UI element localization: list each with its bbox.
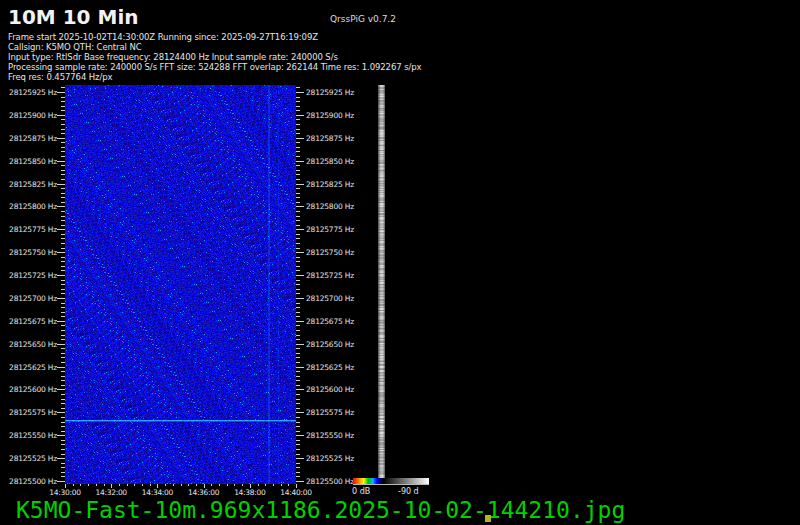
time-tick: [80, 484, 81, 486]
freq-tick-label: 28125500 Hz: [306, 476, 354, 485]
freq-tick: [57, 252, 65, 253]
freq-tick: [296, 467, 300, 468]
freq-tick: [296, 229, 304, 230]
freq-tick: [296, 316, 300, 317]
freq-tick: [296, 275, 304, 276]
freq-tick: [296, 101, 300, 102]
freq-tick: [61, 97, 65, 98]
freq-tick-label: 28125800 Hz: [306, 202, 354, 211]
freq-tick: [296, 124, 300, 125]
freq-tick: [61, 197, 65, 198]
freq-tick-label: 28125775 Hz: [306, 225, 354, 234]
time-tick: [181, 484, 182, 486]
freq-tick: [296, 435, 304, 436]
freq-tick: [61, 403, 65, 404]
freq-tick-label: 28125925 Hz: [306, 88, 354, 97]
freq-tick: [296, 472, 300, 473]
freq-tick: [296, 110, 300, 111]
freq-tick-label: 28125900 Hz: [306, 110, 354, 119]
freq-tick: [296, 280, 300, 281]
freq-tick: [296, 138, 304, 139]
freq-tick: [61, 312, 65, 313]
freq-tick: [296, 412, 304, 413]
freq-tick: [61, 472, 65, 473]
freq-tick: [61, 87, 65, 88]
freq-tick: [61, 440, 65, 441]
freq-tick: [296, 449, 300, 450]
freq-tick: [61, 238, 65, 239]
freq-tick: [57, 206, 65, 207]
freq-tick-label: 28125675 Hz: [2, 316, 57, 325]
time-tick: [234, 484, 235, 486]
freq-tick-label: 28125925 Hz: [2, 88, 57, 97]
terminal-cursor: [485, 515, 491, 522]
freq-tick: [296, 270, 300, 271]
freq-tick: [296, 399, 300, 400]
freq-tick: [57, 435, 65, 436]
freq-tick-label: 28125525 Hz: [2, 454, 57, 463]
freq-tick: [296, 243, 300, 244]
freq-tick: [296, 357, 300, 358]
time-tick: [227, 484, 228, 486]
time-tick: [165, 484, 166, 486]
time-tick: [127, 484, 128, 486]
freq-tick: [296, 303, 300, 304]
freq-tick: [61, 325, 65, 326]
freq-tick: [296, 408, 300, 409]
freq-tick: [296, 344, 304, 345]
freq-tick-label: 28125850 Hz: [306, 156, 354, 165]
freq-tick: [57, 389, 65, 390]
freq-tick-label: 28125600 Hz: [2, 385, 57, 394]
freq-tick: [61, 394, 65, 395]
freq-tick: [296, 458, 304, 459]
freq-tick-label: 28125750 Hz: [2, 248, 57, 257]
freq-tick-label: 28125775 Hz: [2, 225, 57, 234]
freq-tick: [296, 225, 300, 226]
freq-tick-label: 28125575 Hz: [306, 408, 354, 417]
freq-tick: [61, 101, 65, 102]
freq-tick: [57, 138, 65, 139]
freq-tick: [61, 188, 65, 189]
time-tick: [258, 484, 259, 486]
time-tick: [265, 484, 266, 486]
freq-tick: [296, 394, 300, 395]
freq-tick: [296, 115, 304, 116]
freq-tick: [296, 298, 304, 299]
freq-tick: [61, 380, 65, 381]
freq-tick: [296, 142, 300, 143]
freq-tick-label: 28125550 Hz: [306, 431, 354, 440]
time-tick: [211, 484, 212, 486]
freq-tick: [296, 184, 304, 185]
freq-tick: [61, 261, 65, 262]
freq-tick: [61, 174, 65, 175]
freq-tick-label: 28125875 Hz: [2, 133, 57, 142]
freq-tick: [296, 238, 300, 239]
freq-tick: [57, 458, 65, 459]
freq-tick-label: 28125600 Hz: [306, 385, 354, 394]
freq-tick-label: 28125650 Hz: [306, 339, 354, 348]
freq-tick: [57, 367, 65, 368]
freq-tick: [57, 298, 65, 299]
freq-tick-label: 28125750 Hz: [306, 248, 354, 257]
freq-tick: [61, 444, 65, 445]
qrsspig-grabber-image: 10M 10 Min QrssPiG v0.7.2 Frame start 20…: [0, 0, 800, 525]
freq-tick: [296, 307, 300, 308]
time-tick-label: 14:36:00: [188, 488, 219, 497]
freq-tick: [61, 270, 65, 271]
freq-tick: [296, 289, 300, 290]
freq-tick: [57, 412, 65, 413]
freq-tick: [296, 389, 304, 390]
time-tick: [142, 484, 143, 486]
time-tick: [219, 484, 220, 486]
freq-tick: [61, 220, 65, 221]
db-colorbar: [353, 478, 429, 485]
time-tick: [73, 484, 74, 486]
freq-tick: [296, 197, 300, 198]
freq-tick: [57, 161, 65, 162]
freq-tick: [296, 422, 300, 423]
freq-tick: [61, 422, 65, 423]
freq-tick-label: 28125825 Hz: [2, 179, 57, 188]
freq-tick: [296, 257, 300, 258]
freq-tick: [61, 476, 65, 477]
time-tick: [134, 484, 135, 486]
